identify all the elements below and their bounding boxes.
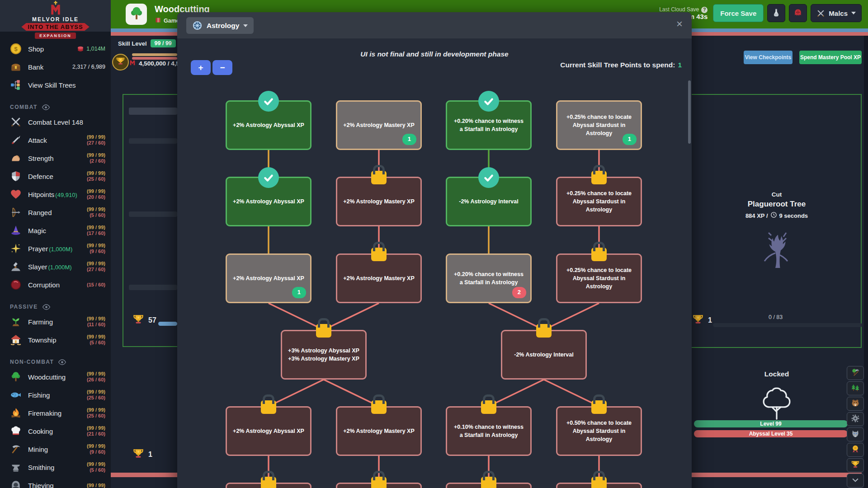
trophy-button[interactable]	[847, 458, 864, 472]
node-text: +0.25% chance to locate Abyssal Stardust…	[563, 266, 635, 291]
tree-node-hidden-18[interactable]	[226, 483, 311, 488]
clock-icon	[770, 211, 777, 220]
tree-node-3-astrology-abyssal-xp[interactable]: +3% Astrology Abyssal XP+3% Astrology Ma…	[281, 330, 367, 380]
woodcutting-skill-icon	[126, 4, 147, 25]
tree-node-2-astrology-mastery-xp[interactable]: +2% Astrology Mastery XP	[336, 253, 422, 303]
sidebar-item-magic[interactable]: Magic(99 / 99)(17 / 60)	[0, 221, 111, 239]
chevron-down-button[interactable]	[847, 474, 864, 488]
tree-node-hidden-21[interactable]	[556, 483, 642, 488]
sidebar-item-fishing[interactable]: Fishing(99 / 99)(25 / 60)	[0, 386, 111, 404]
lower-abyssal-bar-right	[692, 473, 862, 477]
tree-node-2-astrology-mastery-xp[interactable]: +2% Astrology Mastery XP	[336, 177, 422, 226]
node-text: +0.50% chance to locate Abyssal Stardust…	[563, 419, 635, 443]
force-save-button[interactable]: Force Save	[713, 4, 764, 22]
sidebar-item-defence[interactable]: Defence(99 / 99)(25 / 60)	[0, 167, 111, 185]
sidebar-item-mining[interactable]: Mining(99 / 99)(9 / 60)	[0, 440, 111, 458]
skill-progress: (99 / 99)(25 / 60)	[87, 389, 105, 401]
sidebar-item-prayer[interactable]: Prayer(1,000M)(99 / 99)(9 / 60)	[0, 239, 111, 258]
melvor-m-currency-icon	[129, 59, 136, 68]
node-text: +2% Astrology Mastery XP	[343, 121, 415, 129]
tree-node-2-astrology-mastery-xp[interactable]: +2% Astrology Mastery XP1	[336, 100, 422, 150]
woodcutting-rail-icon	[851, 368, 860, 378]
tree-node-0-20-chance-to-witness-a-starfall-in-astrology[interactable]: +0.20% chance to witness a Starfall in A…	[446, 253, 532, 303]
locked-level-pill: Level 99	[694, 420, 848, 427]
smithing-icon	[10, 461, 22, 473]
spend-mastery-pool-button[interactable]: Spend Mastery Pool XP	[799, 51, 862, 64]
sidebar-item-firemaking[interactable]: Firemaking(99 / 99)(25 / 60)	[0, 404, 111, 422]
sidebar-item-slayer[interactable]: Slayer(1,000M)(99 / 99)(27 / 60)	[0, 258, 111, 276]
hitpoints-icon	[10, 188, 22, 200]
tree-card-fragment	[123, 94, 177, 347]
beaver-button[interactable]	[847, 397, 864, 411]
tree-node-0-25-chance-to-locate-abyssal-stardust-in-astrology[interactable]: +0.25% chance to locate Abyssal Stardust…	[556, 100, 642, 150]
sidebar-item-smithing[interactable]: Smithing(99 / 99)(5 / 60)	[0, 458, 111, 476]
tree-node-2-astrology-abyssal-xp[interactable]: +2% Astrology Abyssal XP	[226, 100, 311, 150]
node-text: +0.25% chance to locate Abyssal Stardust…	[563, 113, 635, 137]
gear-icon	[851, 414, 860, 424]
sidebar-item-thieving[interactable]: Thieving(99 / 99)	[0, 476, 111, 488]
eye-icon[interactable]	[58, 358, 66, 366]
medal-button[interactable]	[847, 443, 864, 457]
coin-icon: $	[10, 43, 22, 55]
padlock-icon	[481, 400, 496, 414]
tree-node-0-20-chance-to-witness-a-starfall-in-astrology[interactable]: +0.20% chance to witness a Starfall in A…	[446, 100, 532, 150]
tree-node-2-astrology-abyssal-xp[interactable]: +2% Astrology Abyssal XP	[226, 406, 311, 456]
cut-progress-track	[713, 323, 862, 327]
tree-node-2-astrology-abyssal-xp[interactable]: +2% Astrology Abyssal XP1	[226, 253, 311, 303]
tree-node-2-astrology-mastery-xp[interactable]: +2% Astrology Mastery XP	[336, 406, 422, 456]
sidebar-item-corruption[interactable]: Corruption(15 / 60)	[0, 276, 111, 294]
eye-icon[interactable]	[42, 103, 50, 112]
node-text: +2% Astrology Mastery XP	[343, 274, 415, 282]
tree-node-0-10-chance-to-witness-a-starfall-in-astrology[interactable]: +0.10% chance to witness a Starfall in A…	[446, 406, 532, 456]
mastery-level-left: 57	[132, 314, 156, 327]
tree-node-0-25-chance-to-locate-abyssal-stardust-in-astrology[interactable]: +0.25% chance to locate Abyssal Stardust…	[556, 253, 642, 303]
tree-node-0-25-chance-to-locate-abyssal-stardust-in-astrology[interactable]: +0.25% chance to locate Abyssal Stardust…	[556, 177, 642, 226]
firemaking-icon	[10, 407, 22, 419]
view-checkpoints-button[interactable]: View Checkpoints	[744, 51, 793, 64]
cost-badge: 1	[292, 287, 306, 298]
sidebar-item-hitpoints[interactable]: Hitpoints(49,910)(99 / 99)(20 / 60)	[0, 185, 111, 203]
equipment-button[interactable]	[789, 4, 807, 22]
defence-icon	[10, 170, 22, 182]
eye-icon[interactable]	[42, 303, 51, 311]
sidebar-item-bank[interactable]: Bank 2,317 / 6,989	[0, 58, 111, 76]
beaver-icon	[851, 399, 860, 409]
tree-node-hidden-20[interactable]	[446, 483, 532, 488]
wolf-button[interactable]	[847, 427, 864, 441]
sidebar-item-township[interactable]: Township(99 / 99)(5 / 60)	[0, 331, 111, 349]
tree-node-2-astrology-interval[interactable]: -2% Astrology Interval	[446, 177, 532, 226]
tree-node-2-astrology-interval[interactable]: -2% Astrology Interval	[501, 330, 587, 380]
account-menu-button[interactable]: Malcs	[811, 4, 862, 22]
pine-trees-button[interactable]	[847, 381, 864, 395]
skill-progress: (15 / 60)	[87, 282, 105, 288]
potion-button[interactable]	[767, 4, 785, 22]
padlock-icon	[591, 400, 607, 414]
sidebar-item-strength[interactable]: Strength(99 / 99)(2 / 60)	[0, 149, 111, 167]
padlock-icon	[371, 477, 387, 488]
node-text: +2% Astrology Abyssal XP	[233, 197, 304, 206]
gear-button[interactable]	[847, 412, 864, 426]
page-scrollbar[interactable]	[864, 36, 868, 488]
sidebar-item-view-skill-trees[interactable]: View Skill Trees	[0, 76, 111, 94]
locked-title: Locked	[692, 370, 862, 378]
action-xp: 884 XP /	[745, 212, 768, 219]
sidebar-item-combat-level-148[interactable]: Combat Level 148	[0, 113, 111, 131]
cost-badge: 2	[512, 287, 526, 298]
sidebar-item-ranged[interactable]: Ranged(99 / 99)(5 / 60)	[0, 203, 111, 221]
skill-progress: (99 / 99)(5 / 60)	[87, 206, 105, 218]
help-icon[interactable]: ?	[701, 7, 708, 13]
sidebar-item-shop[interactable]: $ Shop 1,014M	[0, 40, 111, 58]
sidebar-item-cooking[interactable]: Cooking(99 / 99)(21 / 60)	[0, 422, 111, 440]
sidebar-item-farming[interactable]: Farming(99 / 99)(11 / 60)	[0, 313, 111, 331]
tree-node-hidden-19[interactable]	[336, 483, 422, 488]
skill-progress: (99 / 99)	[87, 483, 105, 488]
sidebar-item-attack[interactable]: Attack(99 / 99)(27 / 60)	[0, 131, 111, 149]
node-text: +2% Astrology Mastery XP	[343, 427, 415, 435]
page: MELVOR IDLE INTO THE ABYSS EXPANSION $ S…	[0, 0, 868, 488]
skill-progress: (99 / 99)(5 / 60)	[87, 461, 105, 473]
tree-node-2-astrology-abyssal-xp[interactable]: +2% Astrology Abyssal XP	[226, 177, 311, 226]
modal-scrollbar-thumb[interactable]	[688, 80, 691, 144]
sidebar-item-woodcutting[interactable]: Woodcutting(99 / 99)(26 / 60)	[0, 368, 111, 386]
woodcutting-rail-button[interactable]	[847, 366, 864, 380]
tree-node-0-50-chance-to-locate-abyssal-stardust-in-astrology[interactable]: +0.50% chance to locate Abyssal Stardust…	[556, 406, 642, 456]
